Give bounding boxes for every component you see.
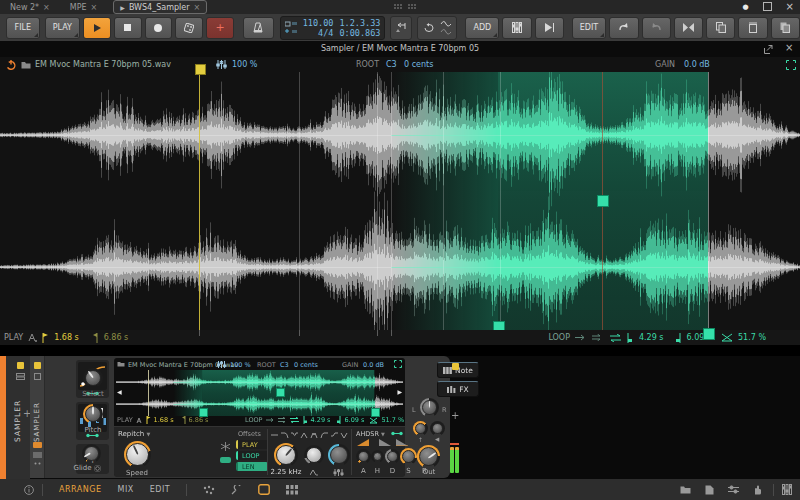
follow-playhead-button[interactable] xyxy=(535,17,564,39)
offset-loop-button[interactable]: LOOP xyxy=(236,451,268,460)
device-panel-toggle-icon[interactable] xyxy=(258,484,270,495)
pan-knob[interactable] xyxy=(420,398,439,417)
playhead-line[interactable] xyxy=(199,72,200,330)
slice-marker-line[interactable] xyxy=(500,72,501,330)
position-value[interactable]: 1.2.3.33 xyxy=(339,18,380,28)
overdub-plus-button[interactable]: + xyxy=(206,17,234,39)
redo-button[interactable] xyxy=(642,17,671,39)
track-header[interactable]: SAMPLER + xyxy=(6,356,30,479)
tab-bws4-sampler[interactable]: ▶ BWS4_Sampler × xyxy=(113,0,207,14)
play-marker-mode-icon[interactable] xyxy=(136,417,143,424)
release-shape-icon[interactable] xyxy=(396,439,408,446)
delete-button[interactable] xyxy=(738,17,767,39)
close-icon[interactable]: × xyxy=(91,3,98,12)
tempo-value[interactable]: 110.00 xyxy=(303,18,334,28)
fx-section-button[interactable]: FX xyxy=(437,381,479,397)
play-end-value[interactable]: 6.86 s xyxy=(189,416,209,424)
play-start-flag-icon[interactable] xyxy=(42,333,49,343)
send-b-knob[interactable] xyxy=(430,421,445,436)
device-enable-led[interactable] xyxy=(34,362,41,369)
popout-icon[interactable] xyxy=(764,45,773,54)
add-device-button[interactable]: + xyxy=(451,410,459,421)
punch-cluster[interactable] xyxy=(390,16,412,40)
loop-mode-pingpong-icon[interactable] xyxy=(609,334,622,342)
copy-button[interactable] xyxy=(706,17,735,39)
loop-end-value[interactable]: 6.09 s xyxy=(344,416,364,424)
gain-value[interactable]: 0.0 dB xyxy=(363,361,384,369)
loop-toggle-icon[interactable] xyxy=(422,23,436,33)
play-start-value[interactable]: 1.68 s xyxy=(154,416,174,424)
session-indicator-icon[interactable]: ● xyxy=(743,3,749,11)
dual-panel-icon[interactable] xyxy=(203,485,215,495)
attack-knob[interactable] xyxy=(356,449,371,464)
loop-end-line[interactable] xyxy=(708,72,709,330)
sustain-knob[interactable] xyxy=(400,448,417,465)
filter-type-icons[interactable] xyxy=(271,431,349,440)
view-mix[interactable]: MIX xyxy=(117,485,133,494)
sample-waveform-display[interactable] xyxy=(0,72,800,330)
glide-sync-badge[interactable] xyxy=(94,465,101,472)
consolidate-icon-button[interactable] xyxy=(674,17,703,39)
keytrack-knob[interactable] xyxy=(328,444,350,466)
popup-close-icon[interactable]: × xyxy=(785,42,793,53)
slice-marker-line[interactable] xyxy=(391,72,392,330)
view-edit[interactable]: EDIT xyxy=(150,485,170,494)
resonance-knob[interactable] xyxy=(304,445,324,465)
crossfade-icon[interactable] xyxy=(722,333,733,342)
close-window-icon[interactable]: × xyxy=(786,1,794,12)
list-icon[interactable] xyxy=(33,452,42,458)
time-value[interactable]: 0:00.863 xyxy=(339,28,380,38)
attack-shape-icon[interactable] xyxy=(357,439,369,446)
loop-mode-off-icon[interactable] xyxy=(575,334,587,341)
tab-new2[interactable]: New 2* × xyxy=(4,1,56,13)
mixer-toggle-button[interactable] xyxy=(502,17,531,39)
select-knob[interactable] xyxy=(83,368,103,388)
root-note-value[interactable]: C3 xyxy=(280,361,289,369)
time-signature[interactable]: 4/4 xyxy=(318,28,333,38)
hand-cursor-icon[interactable] xyxy=(753,485,762,495)
automation-follow-icon[interactable] xyxy=(440,20,452,36)
play-start-value[interactable]: 1.68 s xyxy=(54,333,79,342)
tab-mpe[interactable]: MPE × xyxy=(64,1,103,13)
sampler-popup-header[interactable]: Sampler / EM Mvoc Mantra E 70bpm 05 × xyxy=(0,41,800,57)
play-end-value[interactable]: 6.86 s xyxy=(104,333,129,342)
crossfade-value[interactable]: 51.7 % xyxy=(738,333,766,342)
close-icon[interactable]: × xyxy=(43,3,50,12)
play-marker-mode-icon[interactable] xyxy=(28,333,37,342)
root-cents-value[interactable]: 0 cents xyxy=(404,60,433,69)
frame-select-icon[interactable] xyxy=(394,360,402,368)
decay-shape-icon[interactable] xyxy=(379,439,391,446)
gain-value[interactable]: 0.0 dB xyxy=(684,60,710,69)
glide-knob[interactable] xyxy=(82,444,101,463)
playback-mode-dropdown[interactable]: Repitch ▼ xyxy=(118,430,150,438)
scroll-right-icon[interactable]: ▶ xyxy=(397,388,402,395)
cutoff-knob[interactable] xyxy=(274,443,298,467)
loop-mode-off-icon[interactable] xyxy=(266,417,275,423)
cutoff-value[interactable]: 2.25 kHz xyxy=(267,468,305,476)
track-name[interactable]: SAMPLER xyxy=(13,394,22,442)
power-icon[interactable] xyxy=(6,60,16,70)
zoom-fader-icon[interactable] xyxy=(217,361,226,368)
controller-icon[interactable] xyxy=(231,485,242,495)
expression-icon[interactable] xyxy=(33,442,42,448)
transport-play-button[interactable] xyxy=(83,17,111,39)
window-drag-handle-icon[interactable] xyxy=(394,4,416,10)
play-start-handle[interactable] xyxy=(195,64,206,75)
undo-button[interactable] xyxy=(609,17,638,39)
loop-end-flag-icon[interactable] xyxy=(336,416,341,424)
root-cents-value[interactable]: 0 cents xyxy=(294,361,318,369)
sample-file-name[interactable]: EM Mvoc Mantra E 70bpm 05.wav xyxy=(35,60,171,69)
play-start-flag-icon[interactable] xyxy=(146,416,151,424)
frame-select-icon[interactable] xyxy=(786,60,796,70)
device-name[interactable]: SAMPLER xyxy=(33,396,41,442)
offset-len-button[interactable]: LEN xyxy=(236,462,268,471)
play-end-flag-icon[interactable] xyxy=(92,333,99,343)
envelope-dropdown[interactable]: AHDSR ▼ xyxy=(356,430,385,438)
info-icon[interactable] xyxy=(24,485,34,495)
offset-play-button[interactable]: PLAY xyxy=(236,440,268,449)
settings-sliders-icon[interactable] xyxy=(728,485,739,494)
mini-playhead-line[interactable] xyxy=(148,370,149,416)
edit-menu-button[interactable]: EDIT xyxy=(572,17,606,39)
out-knob[interactable] xyxy=(417,445,440,468)
zoom-fader-icon[interactable] xyxy=(216,60,227,69)
